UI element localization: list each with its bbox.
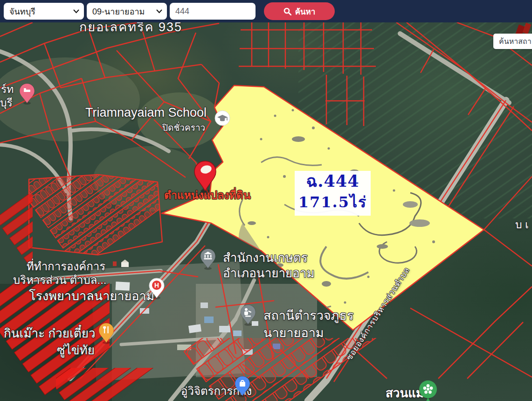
map-label-school-status: ปิดชั่วคราว — [162, 120, 205, 134]
building-icon — [112, 260, 131, 271]
hospital-pin-icon[interactable]: H — [148, 278, 165, 301]
parcel-info-sign: ฉ.444 171.5ไร่ — [295, 171, 371, 216]
land-search-app: จันทบุรี 09-นายายอาม ค้นหา — [0, 0, 532, 401]
map-label-noodle-2: ซู่ไข่ทัย — [57, 340, 95, 359]
map-label-resort-2: บุรี — [0, 94, 13, 111]
province-select-value: จันทบุรี — [9, 5, 35, 18]
school-icon[interactable] — [214, 110, 231, 128]
shopping-pin-icon[interactable] — [234, 376, 251, 399]
parcel-location-pin-icon[interactable] — [193, 160, 218, 195]
park-pin-icon[interactable] — [418, 380, 438, 401]
search-icon — [283, 7, 291, 15]
map-label-school: Triamnayaiam School — [85, 106, 207, 120]
map-label-police-2: นายายอาม — [263, 323, 324, 343]
svg-text:H: H — [154, 281, 159, 289]
lodging-pin-icon[interactable] — [19, 83, 35, 106]
map-label-noodle-1: กินเม๊าะ ก๋วยเตี๋ยว — [4, 324, 96, 343]
map-label-agri-office-2: อำเภอนายายอาม — [223, 263, 315, 282]
map-label-hospital: โรงพยาบาลนายายอาม — [29, 286, 154, 306]
map-canvas[interactable]: กยอเลคทรีค 935 ร์ท บุรี Triamnayaiam Sch… — [0, 22, 532, 401]
district-select-value: 09-นายายอาม — [92, 5, 145, 18]
chevron-down-icon — [156, 9, 162, 14]
restaurant-pin-icon[interactable] — [98, 323, 115, 346]
parcel-area: 171.5ไร่ — [295, 191, 371, 213]
search-toolbar: จันทบุรี 09-นายายอาม ค้นหา — [0, 0, 532, 22]
search-button[interactable]: ค้นหา — [264, 2, 335, 20]
chevron-down-icon — [73, 9, 79, 14]
province-select[interactable]: จันทบุรี — [4, 3, 84, 20]
place-search-label: ค้นหาสถา — [499, 35, 532, 47]
district-select[interactable]: 09-นายายอาม — [87, 3, 167, 20]
parcel-number-input[interactable] — [170, 3, 256, 20]
agriculture-office-pin-icon[interactable] — [200, 248, 216, 272]
map-label-partial-right: บ เ — [515, 216, 529, 233]
place-search-box[interactable]: ค้นหาสถา — [493, 34, 532, 49]
search-button-label: ค้นหา — [295, 5, 316, 18]
map-label-powerline: กยอเลคทรีค 935 — [79, 22, 182, 37]
parcel-deed-number: ฉ.444 — [295, 171, 371, 191]
police-pin-icon[interactable] — [240, 304, 256, 328]
